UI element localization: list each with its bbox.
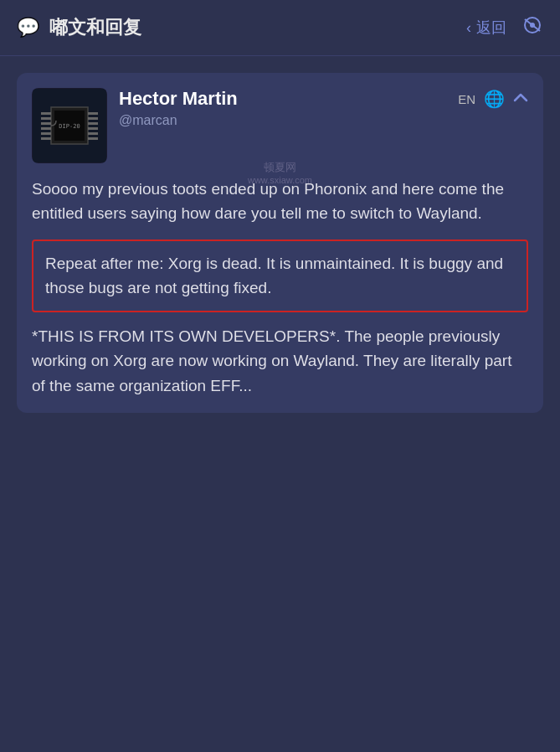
globe-icon[interactable]: 🌐 <box>484 89 505 109</box>
username: Hector Martin <box>119 88 238 110</box>
user-row: DIP-20 <box>32 88 528 163</box>
svg-rect-7 <box>41 112 51 115</box>
svg-rect-11 <box>41 132 51 135</box>
back-label: 返回 <box>476 18 506 38</box>
back-button[interactable]: ‹ 返回 <box>466 18 506 38</box>
chat-bubble-icon: 💬 <box>17 17 39 39</box>
svg-rect-18 <box>88 137 98 140</box>
visibility-icon[interactable] <box>521 16 543 39</box>
svg-point-2 <box>530 23 535 28</box>
language-badge: EN <box>458 92 475 106</box>
user-info-top: Hector Martin EN 🌐 <box>119 88 528 110</box>
svg-rect-14 <box>88 117 98 120</box>
svg-rect-16 <box>88 127 98 130</box>
highlight-box: Repeat after me: Xorg is dead. It is unm… <box>32 240 528 312</box>
header-right: ‹ 返回 <box>466 16 543 39</box>
svg-rect-10 <box>41 127 51 130</box>
continuation-text: *THIS IS FROM ITS OWN DEVELOPERS*. The p… <box>32 324 528 398</box>
user-info: Hector Martin EN 🌐 @marcan <box>119 88 528 128</box>
page-title: 嘟文和回复 <box>49 15 141 40</box>
collapse-icon[interactable] <box>513 90 528 108</box>
svg-text:DIP-20: DIP-20 <box>59 123 80 130</box>
svg-rect-8 <box>41 117 51 120</box>
avatar: DIP-20 <box>32 88 107 163</box>
highlight-text: Repeat after me: Xorg is dead. It is unm… <box>45 251 515 301</box>
user-handle: @marcan <box>119 113 528 128</box>
svg-rect-15 <box>88 122 98 125</box>
header-left: 💬 嘟文和回复 <box>17 15 141 40</box>
svg-rect-17 <box>88 132 98 135</box>
intro-text: Soooo my previous toots ended up on Phor… <box>32 177 528 226</box>
content-area: DIP-20 <box>0 56 560 430</box>
user-meta: EN 🌐 <box>458 89 528 109</box>
svg-rect-9 <box>41 122 51 125</box>
header: 💬 嘟文和回复 ‹ 返回 <box>0 0 560 56</box>
back-chevron-icon: ‹ <box>466 19 471 37</box>
svg-rect-12 <box>41 137 51 140</box>
post-card: DIP-20 <box>17 73 543 413</box>
watermark-container: Soooo my previous toots ended up on Phor… <box>32 177 528 226</box>
svg-rect-13 <box>88 112 98 115</box>
